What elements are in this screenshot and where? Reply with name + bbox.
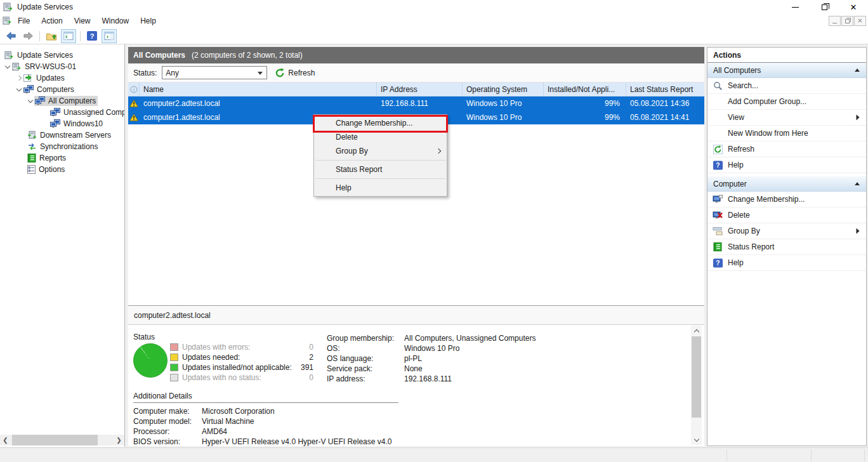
collapse-icon[interactable] [855, 182, 860, 185]
refresh-icon [713, 145, 723, 154]
tree-item-all-computers[interactable]: All Computers [0, 95, 124, 107]
submenu-arrow-icon [856, 228, 860, 234]
chevron-down-icon[interactable] [28, 97, 33, 102]
action-pane-icon [104, 32, 114, 40]
actions-section-computer[interactable]: Computer [707, 176, 866, 192]
tree-item-reports[interactable]: Reports [0, 152, 124, 164]
action-view[interactable]: View [707, 110, 866, 126]
info-label: IP address: [327, 374, 404, 383]
refresh-label: Refresh [288, 69, 315, 77]
context-menu-status-report[interactable]: Status Report [314, 162, 447, 176]
chevron-down-icon[interactable] [5, 63, 10, 68]
scrollbar-thumb[interactable] [12, 435, 98, 446]
scroll-up-icon[interactable] [691, 326, 702, 335]
chevron-down-icon[interactable] [16, 86, 22, 91]
legend-row-no-status: Updates with no status: 0 [170, 373, 313, 383]
additional-label: Computer make: [133, 407, 202, 416]
computer-icon [713, 195, 723, 204]
menu-file[interactable]: File [12, 15, 36, 27]
additional-details: Computer make: Microsoft Corporation Com… [133, 406, 391, 447]
show-hide-action-pane-button[interactable] [102, 29, 117, 43]
child-restore-button[interactable] [841, 16, 853, 26]
back-button[interactable] [3, 29, 18, 43]
tree-item-options[interactable]: Options [0, 164, 124, 175]
section-header-label: All Computers [713, 66, 855, 75]
tree-item-downstream-servers[interactable]: Downstream Servers [0, 129, 124, 141]
tree-item-computers[interactable]: Computers [0, 84, 124, 95]
info-label: Service pack: [327, 364, 404, 373]
tree-item-label: Downstream Servers [40, 131, 111, 140]
action-help-computer[interactable]: ? Help [707, 255, 866, 271]
column-installed[interactable]: Installed/Not Appli... [544, 82, 626, 96]
scrollbar-track[interactable] [11, 435, 114, 446]
action-label: Delete [728, 211, 860, 220]
details-vertical-scrollbar[interactable] [691, 326, 702, 445]
search-icon [713, 81, 723, 91]
dropdown-caret-icon [258, 72, 263, 75]
folder-up-icon [46, 31, 57, 41]
legend-value: 0 [309, 373, 313, 382]
info-value: None [404, 364, 423, 373]
forward-button[interactable] [20, 29, 36, 43]
additional-details-rule [133, 402, 398, 403]
table-row[interactable]: computer2.adtest.local 192.168.8.111 Win… [128, 96, 704, 110]
column-ip-address[interactable]: IP Address [377, 82, 463, 96]
actions-pane-title: Actions [707, 48, 866, 63]
menu-item-label: Help [336, 183, 440, 192]
legend-swatch-errors [170, 343, 178, 351]
action-refresh[interactable]: Refresh [707, 142, 866, 157]
legend-value: 2 [309, 353, 313, 362]
action-add-computer-group[interactable]: Add Computer Group... [707, 94, 866, 110]
status-section-title: Status [133, 333, 155, 341]
menu-action[interactable]: Action [36, 15, 68, 27]
action-delete[interactable]: Delete [707, 208, 866, 223]
scroll-right-icon[interactable]: ❯ [114, 435, 124, 446]
child-minimize-button[interactable] [829, 16, 841, 26]
context-menu-change-membership[interactable]: Change Membership... [314, 116, 447, 130]
action-group-by[interactable]: Group By [707, 223, 866, 239]
tree-item-unassigned-computers[interactable]: Unassigned Computers [0, 107, 124, 118]
scrollbar-thumb[interactable] [692, 336, 701, 418]
restore-button[interactable] [810, 0, 839, 14]
collapse-icon[interactable] [855, 69, 860, 72]
actions-section-all-computers[interactable]: All Computers [707, 63, 866, 78]
context-menu-group-by[interactable]: Group By [314, 144, 447, 158]
action-search[interactable]: Search... [707, 78, 866, 94]
column-status-icon[interactable]: i [128, 82, 140, 96]
context-menu-delete[interactable]: Delete [314, 130, 447, 144]
tree-item-synchronizations[interactable]: Synchronizations [0, 141, 124, 152]
chevron-right-icon[interactable] [16, 76, 22, 81]
console-tree-icon [63, 32, 74, 40]
cell-os: Windows 10 Pro [463, 110, 544, 124]
menu-window[interactable]: Window [96, 15, 135, 27]
child-close-button[interactable]: ✕ [854, 16, 866, 26]
action-change-membership[interactable]: Change Membership... [707, 192, 866, 208]
status-filter-dropdown[interactable]: Any [162, 66, 267, 79]
minimize-button[interactable] [780, 0, 810, 14]
close-button[interactable]: ✕ [839, 0, 868, 14]
column-name[interactable]: Name [140, 82, 377, 96]
strip-divider [727, 449, 727, 461]
column-last-status-report[interactable]: Last Status Report [626, 82, 704, 96]
column-operating-system[interactable]: Operating System [463, 82, 544, 96]
tree-item-windows10[interactable]: Windows10 [0, 118, 124, 129]
scroll-down-icon[interactable] [691, 435, 702, 445]
scroll-left-icon[interactable]: ❮ [0, 435, 11, 446]
refresh-button[interactable]: Refresh [275, 68, 315, 78]
tree-item-update-services[interactable]: Update Services [0, 50, 124, 61]
up-one-level-button[interactable] [44, 29, 59, 43]
tree-horizontal-scrollbar[interactable]: ❮ ❯ [0, 435, 124, 446]
menu-help[interactable]: Help [135, 15, 162, 27]
tree-item-updates[interactable]: Updates [0, 72, 124, 84]
menu-view[interactable]: View [69, 15, 96, 27]
app-icon [3, 3, 13, 12]
action-new-window-from-here[interactable]: New Window from Here [707, 126, 866, 142]
action-help-all-computers[interactable]: ? Help [707, 157, 866, 173]
help-toolbar-button[interactable]: ? [84, 29, 100, 43]
cell-os: Windows 10 Pro [463, 96, 544, 110]
tree-item-srv-wsus-01[interactable]: SRV-WSUS-01 [0, 61, 124, 72]
tree-item-label: Synchronizations [40, 142, 98, 151]
context-menu-help[interactable]: Help [314, 181, 447, 195]
action-status-report[interactable]: Status Report [707, 239, 866, 255]
show-hide-console-tree-button[interactable] [61, 29, 76, 43]
